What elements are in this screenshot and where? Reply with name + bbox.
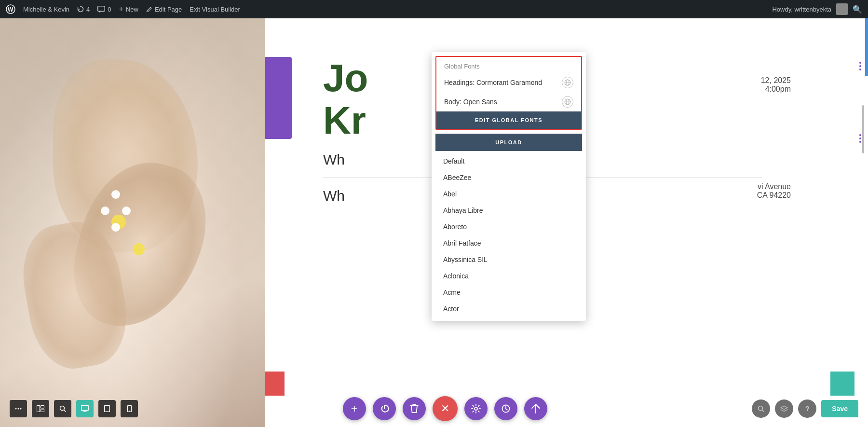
help-icon: ?: [805, 405, 810, 413]
site-name[interactable]: Michelle & Kevin: [23, 6, 69, 13]
address-info: vi Avenue CA 94220: [757, 182, 791, 200]
main-area: Jo Kr 12, 2025 4:00pm Wh Wh vi Avenue CA: [0, 18, 868, 427]
blue-bar: [865, 18, 868, 76]
svg-rect-2: [98, 6, 105, 12]
avatar[interactable]: [836, 3, 848, 15]
trash-button[interactable]: [403, 397, 426, 420]
tablet-icon: [104, 405, 110, 412]
comments-button[interactable]: 0: [97, 6, 111, 13]
power-button[interactable]: [373, 397, 396, 420]
layout-icon: [37, 405, 44, 412]
exit-builder-button[interactable]: Exit Visual Builder: [190, 6, 240, 13]
svg-rect-14: [41, 409, 44, 412]
svg-point-21: [107, 411, 108, 412]
power-icon: [380, 404, 389, 413]
portability-icon: [531, 404, 540, 413]
headings-font-row[interactable]: Headings: Cormorant Garamond: [436, 73, 581, 92]
font-item-abhaya[interactable]: Abhaya Libre: [432, 202, 586, 219]
layout-button[interactable]: [32, 400, 49, 417]
global-fonts-header: Global Fonts: [436, 57, 581, 73]
desktop-view-button[interactable]: [76, 400, 94, 417]
upload-button[interactable]: UPLOAD: [435, 134, 582, 151]
font-item-aclonica[interactable]: Aclonica: [432, 268, 586, 284]
howdy-text: Howdy, writtenbyekta: [772, 6, 831, 13]
svg-rect-17: [81, 406, 89, 411]
settings-button[interactable]: [464, 397, 488, 420]
hands-photo: [0, 18, 265, 427]
teal-block-bottom: [830, 372, 854, 396]
global-fonts-section: Global Fonts Headings: Cormorant Garamon…: [435, 56, 582, 130]
font-list[interactable]: Default ABeeZee Abel Abhaya Libre Aboret…: [432, 151, 586, 321]
three-dots-top[interactable]: [859, 62, 861, 70]
close-button[interactable]: ✕: [433, 396, 458, 421]
mobile-view-button[interactable]: [121, 400, 138, 417]
svg-line-27: [762, 410, 764, 412]
edit-global-fonts-button[interactable]: EDIT GLOBAL FONTS: [436, 111, 581, 129]
font-item-actor[interactable]: Actor: [432, 301, 586, 317]
toolbar-center: + ✕: [343, 396, 547, 421]
dots-menu-button[interactable]: [10, 400, 27, 417]
save-button[interactable]: Save: [821, 400, 858, 417]
three-dots-mid[interactable]: [859, 134, 861, 143]
history-button[interactable]: [494, 397, 517, 420]
font-item-abril[interactable]: Abril Fatface: [432, 235, 586, 251]
topbar: W Michelle & Kevin 4 0 + New: [0, 0, 868, 18]
edit-page-button[interactable]: Edit Page: [146, 6, 182, 13]
font-item-abel[interactable]: Abel: [432, 186, 586, 202]
add-button[interactable]: +: [343, 397, 366, 420]
settings-icon: [471, 404, 481, 413]
right-search-button[interactable]: [752, 399, 770, 418]
layers-button[interactable]: [775, 399, 793, 418]
topbar-left: W Michelle & Kevin 4 0 + New: [6, 4, 240, 14]
svg-point-9: [15, 408, 17, 410]
svg-point-10: [18, 408, 19, 410]
toolbar-left: [10, 400, 138, 417]
svg-point-24: [475, 407, 477, 410]
toolbar-search-button[interactable]: [54, 400, 71, 417]
portability-button[interactable]: [524, 397, 547, 420]
font-panel: Global Fonts Headings: Cormorant Garamon…: [432, 52, 586, 321]
toolbar-search-icon: [59, 405, 66, 412]
trash-icon: [410, 404, 419, 413]
help-button[interactable]: ?: [798, 399, 816, 418]
svg-text:W: W: [8, 6, 14, 13]
photo-area: [0, 18, 265, 427]
svg-point-23: [129, 411, 130, 412]
topbar-right: Howdy, writtenbyekta 🔍: [772, 3, 862, 15]
body-font-row[interactable]: Body: Open Sans: [436, 92, 581, 111]
scroll-indicator: [862, 105, 864, 153]
wp-logo-icon[interactable]: W: [6, 4, 15, 14]
comments-icon: [97, 6, 105, 13]
dots-icon: [15, 405, 22, 412]
history-icon: [501, 404, 511, 413]
svg-rect-13: [41, 406, 44, 409]
font-item-aboreto[interactable]: Aboreto: [432, 219, 586, 235]
svg-line-16: [64, 410, 66, 412]
page-content: Jo Kr 12, 2025 4:00pm Wh Wh vi Avenue CA: [0, 18, 868, 427]
body-globe-icon[interactable]: [562, 96, 573, 108]
toolbar-right: ? Save: [752, 399, 858, 418]
updates-icon: [77, 6, 84, 13]
font-item-default[interactable]: Default: [432, 153, 586, 169]
updates-button[interactable]: 4: [77, 6, 90, 13]
svg-point-11: [20, 408, 22, 410]
tablet-view-button[interactable]: [98, 400, 116, 417]
font-item-abyssinica[interactable]: Abyssinica SIL: [432, 251, 586, 268]
font-item-acme[interactable]: Acme: [432, 284, 586, 301]
topbar-search-icon[interactable]: 🔍: [853, 5, 862, 14]
headings-globe-icon[interactable]: [562, 77, 573, 88]
date-info: 12, 2025 4:00pm: [761, 76, 791, 94]
svg-rect-12: [37, 406, 40, 412]
desktop-icon: [81, 405, 89, 412]
red-block-bottom: [265, 372, 285, 396]
font-item-abeezee[interactable]: ABeeZee: [432, 169, 586, 186]
mobile-icon: [127, 405, 132, 412]
new-button[interactable]: + New: [119, 5, 138, 14]
right-search-icon: [758, 405, 764, 412]
layers-icon: [780, 405, 788, 412]
edit-icon: [146, 6, 152, 13]
purple-accent-left: [265, 57, 292, 139]
